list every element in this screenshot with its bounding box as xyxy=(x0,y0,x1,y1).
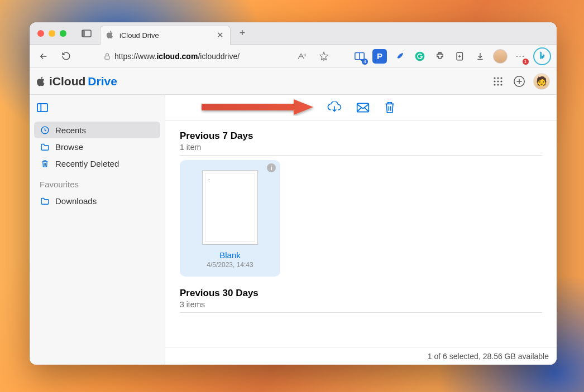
status-bar: 1 of 6 selected, 28.56 GB available xyxy=(165,347,557,365)
downloads-button[interactable] xyxy=(473,49,487,64)
svg-point-13 xyxy=(500,77,502,79)
brand-secondary: Drive xyxy=(88,75,117,88)
add-button[interactable] xyxy=(510,72,529,91)
delete-button[interactable] xyxy=(384,101,395,114)
folder-icon xyxy=(40,196,50,206)
window-maximize-button[interactable] xyxy=(60,30,66,37)
svg-point-11 xyxy=(494,77,495,79)
sidebar-item-label: Recents xyxy=(55,125,86,135)
lock-icon xyxy=(103,52,111,60)
svg-point-16 xyxy=(500,80,502,82)
app-header: iCloud Drive 🧑 xyxy=(30,68,557,95)
svg-rect-1 xyxy=(82,30,85,37)
download-button[interactable] xyxy=(327,101,342,114)
sidebar-item-recently-deleted[interactable]: Recently Deleted xyxy=(34,155,160,172)
add-page-button[interactable] xyxy=(453,49,467,64)
collections-badge: 4 xyxy=(362,59,368,65)
brand-primary: iCloud xyxy=(49,75,85,88)
main-area: Previous 7 Days 1 item i - Blank 4/5/202… xyxy=(165,95,557,365)
sidebar-item-downloads[interactable]: Downloads xyxy=(34,192,160,209)
browser-window: iCloud Drive ✕ + https://www.icloud.com/… xyxy=(30,22,557,365)
svg-point-6 xyxy=(415,51,425,61)
sidebar-item-label: Downloads xyxy=(55,196,97,206)
reload-button[interactable] xyxy=(58,48,74,65)
back-button[interactable] xyxy=(35,48,52,65)
apple-logo-icon xyxy=(36,76,46,86)
apple-icon xyxy=(106,31,115,40)
section-title: Previous 7 Days xyxy=(180,130,542,142)
file-name: Blank xyxy=(185,250,275,260)
email-button[interactable] xyxy=(356,102,370,113)
status-text: 1 of 6 selected, 28.56 GB available xyxy=(428,352,549,361)
svg-point-7 xyxy=(439,52,441,54)
svg-rect-23 xyxy=(37,104,47,112)
annotation-arrow xyxy=(199,98,316,116)
more-badge: 1 xyxy=(523,59,529,65)
section-subtitle: 3 items xyxy=(180,300,542,309)
favourites-heading: Favourites xyxy=(34,172,160,192)
section-subtitle: 1 item xyxy=(180,143,542,152)
new-tab-button[interactable]: + xyxy=(234,25,251,42)
file-meta: 4/5/2023, 14:43 xyxy=(185,261,275,269)
tab-close-button[interactable]: ✕ xyxy=(216,31,224,40)
bing-button[interactable] xyxy=(533,47,551,65)
svg-point-14 xyxy=(494,80,495,82)
ext-grammarly-icon[interactable] xyxy=(413,49,427,64)
file-sections: Previous 7 Days 1 item i - Blank 4/5/202… xyxy=(165,120,557,347)
address-bar[interactable]: https://www.icloud.com/iclouddrive/ xyxy=(100,48,288,65)
sidebar: Recents Browse Recently Deleted Favourit… xyxy=(30,95,165,365)
file-grid: i - Blank 4/5/2023, 14:43 xyxy=(180,156,542,288)
svg-point-12 xyxy=(497,77,499,79)
sidebar-item-recents[interactable]: Recents xyxy=(34,122,160,138)
app-content: iCloud Drive 🧑 Recents xyxy=(30,68,557,365)
svg-point-15 xyxy=(497,80,499,82)
traffic-lights xyxy=(37,30,66,37)
collections-button[interactable]: 4 xyxy=(352,49,367,64)
more-button[interactable]: ··· 1 xyxy=(513,49,528,64)
svg-rect-2 xyxy=(105,56,109,59)
read-aloud-button[interactable] xyxy=(293,48,310,65)
file-thumbnail: - xyxy=(202,170,258,245)
sidebar-toggle-button[interactable] xyxy=(34,99,51,116)
ext-feather-icon[interactable] xyxy=(392,49,407,64)
svg-rect-26 xyxy=(357,103,368,112)
svg-point-18 xyxy=(497,84,499,85)
section-divider xyxy=(180,312,542,313)
trash-icon xyxy=(40,158,50,168)
window-close-button[interactable] xyxy=(37,30,44,37)
app-title[interactable]: iCloud Drive xyxy=(36,75,117,88)
sidebar-item-label: Recently Deleted xyxy=(55,159,119,168)
folder-icon xyxy=(40,142,50,152)
apps-grid-button[interactable] xyxy=(489,72,508,91)
ext-p-icon[interactable]: P xyxy=(372,49,387,64)
browser-toolbar: https://www.icloud.com/iclouddrive/ 4 P xyxy=(30,45,557,68)
tab-title: iCloud Drive xyxy=(119,31,211,40)
account-avatar[interactable]: 🧑 xyxy=(533,73,550,90)
window-minimize-button[interactable] xyxy=(49,30,55,37)
svg-point-19 xyxy=(500,84,502,85)
section-title: Previous 30 Days xyxy=(180,288,542,299)
action-bar xyxy=(165,95,557,120)
file-item[interactable]: i - Blank 4/5/2023, 14:43 xyxy=(180,160,280,277)
browser-tab[interactable]: iCloud Drive ✕ xyxy=(100,26,231,45)
profile-avatar[interactable] xyxy=(493,49,508,64)
tab-overview-button[interactable] xyxy=(79,27,94,40)
sidebar-item-browse[interactable]: Browse xyxy=(34,138,160,155)
extensions-button[interactable] xyxy=(433,49,447,64)
info-icon[interactable]: i xyxy=(267,163,276,172)
sidebar-item-label: Browse xyxy=(55,142,83,152)
clock-icon xyxy=(40,125,50,135)
favorites-button[interactable] xyxy=(315,48,332,65)
titlebar: iCloud Drive ✕ + xyxy=(30,22,557,45)
svg-point-17 xyxy=(494,84,495,85)
url-text: https://www.icloud.com/iclouddrive/ xyxy=(114,52,240,61)
